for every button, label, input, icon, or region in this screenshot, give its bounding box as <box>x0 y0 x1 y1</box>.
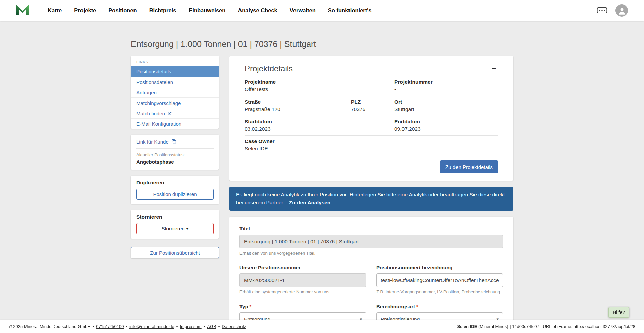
title-field-label: Titel <box>239 226 503 231</box>
project-details-button[interactable]: Zu den Projektdetails <box>440 160 498 173</box>
case-owner-value: Selen IDE <box>245 146 394 152</box>
cancel-button-label: Stornieren <box>161 226 184 231</box>
external-link-icon <box>167 111 172 116</box>
sidebar-item-matchingvorschlaege[interactable]: Matchingvorschläge <box>131 97 219 108</box>
separator-dot: • <box>176 324 178 329</box>
sidebar-item-label: Positionsdateien <box>136 79 173 85</box>
calculation-select[interactable]: Preisoptimierung ▾ <box>376 312 503 320</box>
copyright-text: © 2025 Mineral Minds Deutschland GmbH <box>9 324 91 329</box>
sidebar-item-anfragen[interactable]: Anfragen <box>131 87 219 97</box>
our-number-label: Unsere Positionsnummer <box>239 265 366 270</box>
plz-label: PLZ <box>351 99 394 105</box>
project-row-owner: Case Owner Selen IDE <box>245 136 498 155</box>
impressum-link[interactable]: Impressum <box>180 324 201 329</box>
sidebar-item-label: Matchingvorschläge <box>136 100 181 106</box>
position-overview-button[interactable]: Zur Positionsübersicht <box>131 247 219 258</box>
title-helper: Erhält den von uns vorgegebenen Titel. <box>239 251 503 256</box>
sidebar-item-positionsdateien[interactable]: Positionsdateien <box>131 77 219 87</box>
agb-link[interactable]: AGB <box>207 324 216 329</box>
separator-dot: • <box>93 324 94 329</box>
links-header: LINKS <box>131 59 219 66</box>
brand-logo-icon <box>15 3 30 17</box>
position-status-label: Aktueller Positionsstatus: <box>136 152 214 157</box>
person-icon <box>618 7 626 17</box>
user-avatar[interactable] <box>615 4 628 17</box>
sidebar-item-label: Anfragen <box>136 90 157 95</box>
case-owner-label: Case Owner <box>245 138 394 144</box>
calculation-label: Berechnungsart* <box>376 304 503 309</box>
end-date-label: Enddatum <box>394 119 498 125</box>
nav-item-einbauweisen[interactable]: Einbauweisen <box>189 7 225 14</box>
nav-item-analyse-check[interactable]: Analyse Check <box>238 7 277 14</box>
start-date-label: Startdatum <box>245 119 394 125</box>
sidebar-item-email-konfiguration[interactable]: E-Mail Konfiguration <box>131 118 219 129</box>
main-nav: Karte Projekte Positionen Richtpreis Ein… <box>48 7 371 14</box>
start-date-value: 03.02.2023 <box>245 126 394 132</box>
help-button[interactable]: Hilfe? <box>608 307 629 318</box>
sidebar-links-card: LINKS Positionsdetails Positionsdateien … <box>131 56 219 129</box>
duplicate-position-button[interactable]: Position duplizieren <box>136 189 214 200</box>
cancel-title: Stornieren <box>136 214 214 220</box>
caret-down-icon: ▾ <box>360 317 362 320</box>
nav-item-positionen[interactable]: Positionen <box>108 7 137 14</box>
cancel-card: Stornieren Stornieren ▾ <box>131 210 219 239</box>
city-label: Ort <box>394 99 498 105</box>
collapse-button[interactable]: − <box>490 64 498 73</box>
project-row-dates: Startdatum 03.02.2023 Enddatum 09.07.202… <box>245 116 498 136</box>
customer-link[interactable]: Link für Kunde <box>136 139 214 149</box>
city-value: Stuttgart <box>394 106 498 112</box>
separator-dot: • <box>204 324 205 329</box>
calculation-select-value: Preisoptimierung <box>381 316 420 320</box>
duplicate-title: Duplizieren <box>136 180 214 186</box>
datenschutz-link[interactable]: Datenschutz <box>222 324 246 329</box>
project-name-value: OfferTests <box>245 86 394 92</box>
project-row-address: Straße Pragstraße 120 PLZ 70376 Ort Stut… <box>245 96 498 116</box>
footer-user: Selen IDE <box>457 324 477 329</box>
sidebar-item-match-finden[interactable]: Match finden <box>131 108 219 118</box>
cancel-button[interactable]: Stornieren ▾ <box>136 223 214 234</box>
required-asterisk: * <box>250 304 252 309</box>
project-details-title: Projektdetails <box>245 64 293 73</box>
customer-link-card: Link für Kunde Aktueller Positionsstatus… <box>131 135 219 170</box>
analyses-link[interactable]: Zu den Analysen <box>289 200 330 205</box>
phone-link[interactable]: 07151/250100 <box>96 324 124 329</box>
type-field: Typ* Entsorgung ▾ Wählen Sie hier die Ar… <box>239 304 366 320</box>
sidebar: LINKS Positionsdetails Positionsdateien … <box>131 56 219 258</box>
street-value: Pragstraße 120 <box>245 106 351 112</box>
analytics-banner-text: Es liegt noch keine Analytik zu Ihrer Po… <box>236 192 505 205</box>
end-date-value: 09.07.2023 <box>394 126 498 132</box>
calculation-field: Berechnungsart* Preisoptimierung ▾ Wähle… <box>376 304 503 320</box>
type-select-value: Entsorgung <box>244 316 270 320</box>
nav-item-richtpreis[interactable]: Richtpreis <box>149 7 176 14</box>
sidebar-item-label: E-Mail Konfiguration <box>136 121 181 127</box>
separator-dot: • <box>218 324 220 329</box>
nav-item-so-funktionierts[interactable]: So funktioniert's <box>328 7 372 14</box>
type-select[interactable]: Entsorgung ▾ <box>239 312 366 320</box>
position-form-card: Titel Erhält den von uns vorgegebenen Ti… <box>229 217 513 320</box>
nav-item-karte[interactable]: Karte <box>48 7 62 14</box>
duplicate-card: Duplizieren Position duplizieren <box>131 176 219 204</box>
project-row-name: Projektname OfferTests Projektnummer - <box>245 76 498 96</box>
nav-item-verwalten[interactable]: Verwalten <box>290 7 316 14</box>
email-link[interactable]: info@mineral-minds.de <box>129 324 174 329</box>
position-number-label: Positionsnummer/-bezeichnung <box>376 265 503 270</box>
project-number-label: Projektnummer <box>394 79 498 85</box>
keyboard-icon[interactable] <box>597 7 607 14</box>
our-number-field: Unsere Positionsnummer Erhält eine syste… <box>239 265 366 294</box>
copy-icon <box>171 139 176 145</box>
content-column: Projektdetails − Projektname OfferTests … <box>229 56 513 320</box>
nav-item-projekte[interactable]: Projekte <box>74 7 96 14</box>
position-number-input[interactable] <box>376 273 503 287</box>
brand-logo[interactable] <box>15 3 30 17</box>
project-details-card: Projektdetails − Projektname OfferTests … <box>229 56 513 181</box>
type-label-text: Typ <box>239 304 248 309</box>
analytics-banner: Es liegt noch keine Analytik zu Ihrer Po… <box>229 187 513 211</box>
title-input <box>239 235 503 248</box>
sidebar-item-positionsdetails[interactable]: Positionsdetails <box>131 66 219 77</box>
project-name-label: Projektname <box>245 79 394 85</box>
calculation-label-text: Berechnungsart <box>376 304 415 309</box>
main-area: Entsorgung | 1.000 Tonnen | 01 | 70376 |… <box>0 21 644 320</box>
plz-value: 70376 <box>351 106 394 112</box>
navbar-right <box>597 4 628 17</box>
sidebar-item-label: Match finden <box>136 111 165 116</box>
